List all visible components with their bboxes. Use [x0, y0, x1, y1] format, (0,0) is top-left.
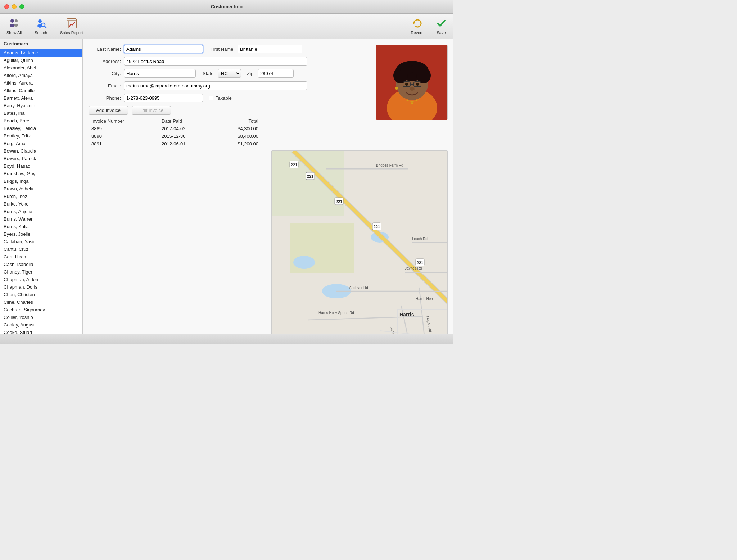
sidebar-item-customer[interactable]: Bates, Ina	[0, 109, 82, 117]
sidebar-item-customer[interactable]: Callahan, Yasir	[0, 238, 82, 245]
sidebar-item-customer[interactable]: Bradshaw, Gay	[0, 170, 82, 177]
bottom-section: 221 221 221 221 221 Bridges Farm Rd L	[89, 150, 448, 334]
svg-point-25	[411, 63, 424, 74]
state-select[interactable]: NC AL CA TX	[218, 69, 241, 78]
sidebar-item-customer[interactable]: Conley, August	[0, 321, 82, 329]
sidebar-item-customer[interactable]: Cline, Charles	[0, 298, 82, 306]
email-label: Email:	[89, 83, 121, 89]
sales-report-button[interactable]: Sales Report	[57, 16, 86, 36]
edit-invoice-button[interactable]: Edit Invoice	[132, 106, 171, 115]
zip-input[interactable]	[258, 69, 294, 78]
sidebar-item-customer[interactable]: Chen, Christen	[0, 291, 82, 298]
taxable-checkbox[interactable]	[209, 96, 213, 100]
sidebar-item-customer[interactable]: Atkins, Camille	[0, 87, 82, 94]
sidebar-item-customer[interactable]: Atkins, Aurora	[0, 79, 82, 87]
taxable-label: Taxable	[216, 95, 232, 101]
sidebar-item-customer[interactable]: Adams, Brittanie	[0, 49, 82, 57]
svg-point-32	[395, 87, 398, 90]
sidebar-item-customer[interactable]: Byers, Joelle	[0, 230, 82, 238]
invoice-total: $4,300.00	[213, 125, 261, 133]
invoice-number: 8890	[89, 132, 159, 140]
svg-point-14	[74, 22, 75, 23]
map-svg: 221 221 221 221 221 Bridges Farm Rd L	[272, 151, 448, 334]
window-title: Customer Info	[211, 4, 243, 9]
sidebar-item-customer[interactable]: Barnett, Alexa	[0, 94, 82, 102]
sidebar-item-customer[interactable]: Carr, Hiram	[0, 253, 82, 261]
show-all-button[interactable]: Show All	[4, 16, 24, 36]
sidebar-item-customer[interactable]: Cochran, Sigourney	[0, 306, 82, 313]
invoice-date: 2017-04-02	[159, 125, 213, 133]
sidebar-item-customer[interactable]: Cash, Isabella	[0, 261, 82, 268]
first-name-label: First Name:	[206, 46, 235, 52]
sidebar-item-customer[interactable]: Boyd, Hasad	[0, 162, 82, 170]
sidebar-item-customer[interactable]: Beasley, Felicia	[0, 125, 82, 132]
close-button[interactable]	[4, 4, 9, 9]
sidebar-item-customer[interactable]: Berg, Amal	[0, 140, 82, 147]
map-container[interactable]: 221 221 221 221 221 Bridges Farm Rd L	[271, 150, 448, 334]
sidebar-item-customer[interactable]: Burch, Inez	[0, 193, 82, 200]
svg-text:221: 221	[374, 225, 380, 229]
sidebar-header: Customers	[0, 39, 82, 49]
sidebar-item-customer[interactable]: Barry, Hyacinth	[0, 102, 82, 109]
revert-button[interactable]: Revert	[408, 16, 425, 36]
add-invoice-button[interactable]: Add Invoice	[89, 106, 128, 115]
svg-text:221: 221	[336, 199, 342, 204]
city-input[interactable]	[124, 69, 196, 78]
phone-input[interactable]	[124, 94, 203, 102]
search-button[interactable]: Search	[32, 16, 50, 36]
sidebar-item-customer[interactable]: Alexander, Abel	[0, 64, 82, 72]
sidebar-item-customer[interactable]: Bowers, Patrick	[0, 155, 82, 162]
titlebar: Customer Info	[0, 0, 453, 14]
svg-point-3	[14, 24, 18, 27]
sales-report-icon	[66, 18, 77, 29]
sidebar-item-customer[interactable]: Burris, Kalia	[0, 223, 82, 230]
show-all-icon	[8, 18, 20, 29]
save-label: Save	[437, 31, 446, 35]
invoice-row[interactable]: 8889 2017-04-02 $4,300.00	[89, 125, 261, 133]
sidebar-item-customer[interactable]: Burns, Warren	[0, 215, 82, 223]
sidebar-item-customer[interactable]: Burke, Yoko	[0, 200, 82, 208]
invoice-date: 2012-06-01	[159, 140, 213, 148]
sidebar-item-customer[interactable]: Alford, Amaya	[0, 72, 82, 79]
phone-row: Phone: Taxable	[89, 94, 370, 102]
email-row: Email:	[89, 81, 370, 90]
address-input[interactable]	[124, 57, 307, 66]
svg-text:Harris Holly Spring Rd: Harris Holly Spring Rd	[318, 311, 354, 315]
sidebar-item-customer[interactable]: Chapman, Doris	[0, 283, 82, 291]
svg-point-29	[405, 83, 408, 86]
taxable-row: Taxable	[209, 95, 232, 101]
window-controls	[4, 4, 24, 9]
invoice-number: 8889	[89, 125, 159, 133]
search-label: Search	[35, 31, 47, 35]
svg-text:Andover Rd: Andover Rd	[349, 286, 368, 290]
top-form: Last Name: First Name: Address: City: St…	[89, 45, 448, 148]
invoice-row[interactable]: 8890 2015-12-30 $8,400.00	[89, 132, 261, 140]
invoice-table: Invoice Number Date Paid Total 8889 2017…	[89, 118, 261, 148]
maximize-button[interactable]	[19, 4, 24, 9]
sidebar-item-customer[interactable]: Cantu, Cruz	[0, 245, 82, 253]
sidebar-item-customer[interactable]: Bentley, Fritz	[0, 132, 82, 140]
invoice-date: 2015-12-30	[159, 132, 213, 140]
sidebar-item-customer[interactable]: Cooke, Stuart	[0, 329, 82, 334]
first-name-input[interactable]	[238, 45, 302, 53]
svg-point-12	[70, 23, 71, 24]
sidebar-item-customer[interactable]: Beach, Bree	[0, 117, 82, 125]
sidebar-item-customer[interactable]: Brown, Ashely	[0, 185, 82, 193]
sidebar-item-customer[interactable]: Aguilar, Quinn	[0, 57, 82, 64]
sidebar-item-customer[interactable]: Bowen, Claudia	[0, 147, 82, 155]
minimize-button[interactable]	[12, 4, 17, 9]
invoice-row[interactable]: 8891 2012-06-01 $1,200.00	[89, 140, 261, 148]
sidebar-item-customer[interactable]: Collier, Yoshio	[0, 313, 82, 321]
last-name-input[interactable]	[124, 45, 203, 53]
toolbar: Show All Search	[0, 14, 453, 39]
svg-text:Jaynes Rd: Jaynes Rd	[405, 266, 422, 270]
email-input[interactable]	[124, 81, 307, 90]
save-button[interactable]: Save	[433, 16, 450, 36]
sidebar-item-customer[interactable]: Briggs, Inga	[0, 177, 82, 185]
sidebar-item-customer[interactable]: Chaney, Tiger	[0, 268, 82, 276]
svg-point-11	[69, 26, 70, 27]
sidebar-item-customer[interactable]: Chapman, Alden	[0, 276, 82, 283]
sidebar-item-customer[interactable]: Burns, Anjolie	[0, 208, 82, 215]
svg-rect-35	[272, 151, 344, 216]
svg-text:Harris Hen: Harris Hen	[416, 297, 433, 301]
